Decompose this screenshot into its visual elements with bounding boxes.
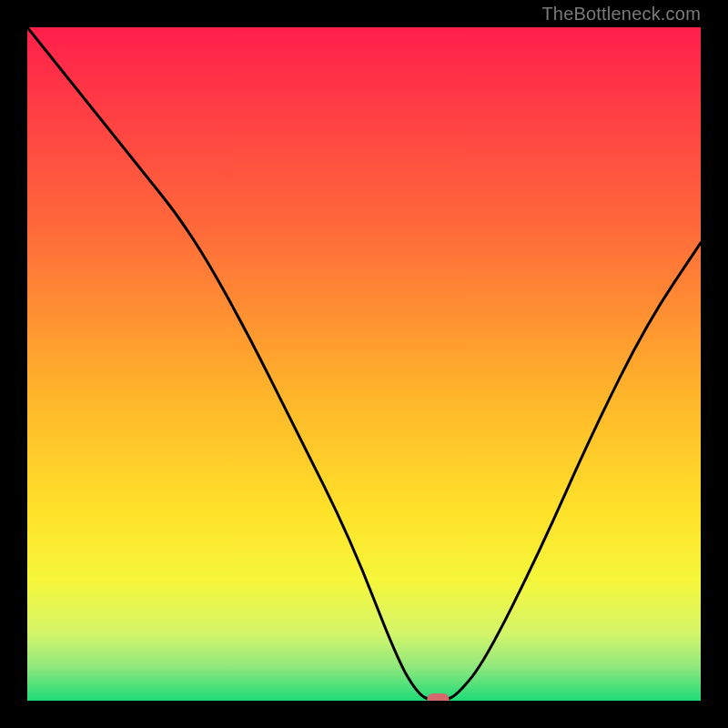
plot-svg — [27, 27, 701, 701]
bottleneck-plot — [27, 27, 701, 701]
minimum-marker — [427, 693, 449, 701]
chart-frame: TheBottleneck.com — [0, 0, 728, 728]
watermark-label: TheBottleneck.com — [541, 4, 701, 25]
gradient-background — [27, 27, 701, 701]
